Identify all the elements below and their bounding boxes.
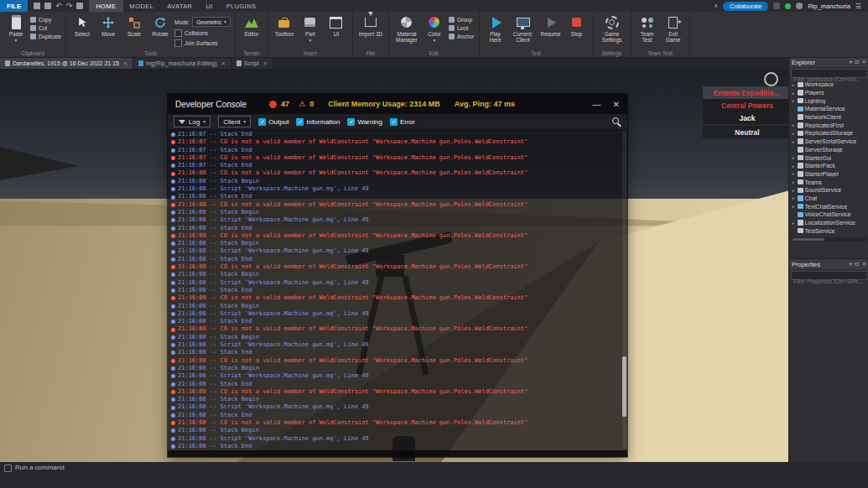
ribbon-tab[interactable]: MODEL <box>123 0 161 12</box>
close-icon[interactable]: ✕ <box>221 60 226 66</box>
explorer-tree-item[interactable]: ▸ VoiceChatService <box>789 210 868 219</box>
explorer-tree-item[interactable]: ▸ ReplicatedFirst <box>789 121 868 129</box>
screenshot-icon[interactable] <box>76 3 83 9</box>
expand-arrow-icon[interactable]: ▸ <box>791 164 796 169</box>
dock-icon[interactable]: ⊡ <box>855 59 859 65</box>
publish-icon[interactable] <box>44 3 51 9</box>
explorer-tree-item[interactable]: ▸ StarterPlayer <box>789 170 868 179</box>
scale-tool-button[interactable]: Scale <box>122 14 146 37</box>
exit-game-button[interactable]: Exit Game <box>662 14 685 43</box>
expand-arrow-icon[interactable]: ▸ <box>791 139 796 144</box>
ribbon-tab[interactable]: HOME <box>89 0 122 12</box>
console-title-bar[interactable]: Developer Console 47 ⚠ 0 Client Memory U… <box>168 94 627 114</box>
import-3d-button[interactable]: Import 3D <box>357 14 384 37</box>
collapse-ribbon-icon[interactable]: ∧ <box>714 3 718 9</box>
viewport-3d[interactable]: Entente Expeditio… Central Powers Jack N… <box>0 69 788 462</box>
output-checkbox[interactable]: ✓Output <box>258 118 288 126</box>
resume-button[interactable]: Resume <box>539 14 563 37</box>
team-row[interactable]: Jack <box>703 112 788 124</box>
redo-icon[interactable]: ↷ <box>66 3 73 9</box>
game-menu-icon[interactable] <box>764 72 778 86</box>
team-row[interactable]: Neutral <box>703 126 788 138</box>
explorer-tree-item[interactable]: ▸ ServerScriptService <box>789 138 868 146</box>
rotate-tool-button[interactable]: Rotate <box>148 14 172 37</box>
expand-arrow-icon[interactable]: ▸ <box>791 188 796 193</box>
copy-button[interactable]: Copy <box>30 17 61 23</box>
select-tool-button[interactable]: Select <box>70 14 94 37</box>
properties-filter-input[interactable] <box>792 278 868 285</box>
expand-arrow-icon[interactable]: ▸ <box>791 131 796 136</box>
minimize-icon[interactable]: — <box>593 100 601 109</box>
scrollbar-thumb[interactable] <box>622 356 626 417</box>
terrain-editor-button[interactable]: Editor <box>240 14 263 37</box>
join-surfaces-checkbox[interactable]: Join Surfaces <box>174 39 231 47</box>
color-button[interactable]: Color ▾ <box>423 14 446 43</box>
console-scrollbar[interactable] <box>622 131 626 449</box>
close-icon[interactable]: ✕ <box>123 60 127 66</box>
expand-arrow-icon[interactable]: ▸ <box>791 91 796 96</box>
game-settings-button[interactable]: Game Settings <box>598 14 626 43</box>
warning-checkbox[interactable]: ✓Warning <box>347 118 382 126</box>
explorer-tree-item[interactable]: ▸ Teams <box>789 178 868 186</box>
chevron-down-icon[interactable]: ▾ <box>850 261 852 267</box>
explorer-filter[interactable] <box>791 69 867 78</box>
duplicate-button[interactable]: Duplicate <box>30 34 61 39</box>
explorer-tree-item[interactable]: ▸ StarterPack <box>789 162 868 170</box>
explorer-horizontal-scrollbar[interactable] <box>791 237 867 241</box>
material-manager-button[interactable]: Material Manager <box>393 14 420 43</box>
ribbon-tab[interactable]: UI <box>199 0 219 12</box>
expand-arrow-icon[interactable]: ▸ <box>791 98 796 103</box>
group-button[interactable]: Group <box>449 17 475 23</box>
explorer-tree-item[interactable]: ▸ SoundService <box>789 186 868 195</box>
current-client-dropdown[interactable]: Current: Client <box>510 14 537 43</box>
toolbox-button[interactable]: Toolbox <box>273 14 296 37</box>
move-tool-button[interactable]: Move <box>96 14 120 37</box>
document-tab[interactable]: mg(Rip_manchuria Editing) ✕ <box>133 58 231 69</box>
close-icon[interactable]: ✕ <box>613 100 620 109</box>
document-tab[interactable]: Dardanelles, 1915 @ 16 Dec 2022 21:15 ✕ <box>0 58 133 69</box>
explorer-tree-item[interactable]: ▸ StarterGui <box>789 153 868 162</box>
mode-dropdown[interactable]: Geometric ▾ <box>192 17 231 27</box>
explorer-tree-item[interactable]: ▸ ReplicatedStorage <box>789 129 868 138</box>
expand-arrow-icon[interactable]: ▸ <box>791 82 796 87</box>
anchor-button[interactable]: Anchor <box>449 34 475 39</box>
expand-arrow-icon[interactable]: ▸ <box>791 195 796 200</box>
file-menu-button[interactable]: FILE <box>0 0 28 12</box>
team-row[interactable]: Entente Expeditio… <box>703 86 788 99</box>
search-icon[interactable] <box>611 117 621 127</box>
expand-arrow-icon[interactable]: ▸ <box>791 122 796 127</box>
information-checkbox[interactable]: ✓Information <box>296 118 340 126</box>
expand-arrow-icon[interactable]: ▸ <box>791 155 796 160</box>
document-tab[interactable]: Script ✕ <box>231 58 273 69</box>
team-test-button[interactable]: Team Test <box>636 14 659 43</box>
explorer-tree-item[interactable]: ▸ NetworkClient <box>789 113 868 122</box>
collaborate-button[interactable]: Collaborate <box>723 2 768 11</box>
lock-button[interactable]: Lock <box>449 25 475 31</box>
expand-arrow-icon[interactable]: ▸ <box>791 171 796 176</box>
close-icon[interactable]: ✕ <box>263 60 268 66</box>
stop-button[interactable]: Stop <box>565 14 589 37</box>
save-icon[interactable] <box>34 3 40 9</box>
command-bar[interactable]: Run a command <box>15 464 65 471</box>
ribbon-tab[interactable]: AVATAR <box>160 0 199 12</box>
dock-icon[interactable]: ⊡ <box>855 261 859 267</box>
avatar[interactable] <box>796 3 803 9</box>
explorer-tree-item[interactable]: ▸ Players <box>789 89 868 97</box>
explorer-tree-item[interactable]: ▸ MaterialService <box>789 105 868 113</box>
expand-arrow-icon[interactable]: ▸ <box>791 204 796 209</box>
part-button[interactable]: Part ▾ <box>299 14 322 43</box>
ribbon-tab[interactable]: PLUGINS <box>220 0 263 12</box>
log-type-dropdown[interactable]: Log ▾ <box>174 116 211 127</box>
chevron-down-icon[interactable]: ▾ <box>850 59 852 65</box>
collisions-checkbox[interactable]: Collisions <box>174 29 231 37</box>
explorer-tree-item[interactable]: ▸ Chat <box>789 195 868 203</box>
expand-arrow-icon[interactable]: ▸ <box>791 221 796 226</box>
explorer-tree-item[interactable]: ▸ TestService <box>789 226 868 235</box>
play-here-button[interactable]: Play Here <box>484 14 507 43</box>
explorer-tree-item[interactable]: ▸ ServerStorage <box>789 146 868 154</box>
properties-filter[interactable] <box>791 271 867 280</box>
paste-button[interactable]: Paste ▾ <box>4 14 28 43</box>
hamburger-menu-icon[interactable]: ☰ <box>855 3 861 10</box>
context-dropdown[interactable]: Client ▾ <box>218 116 251 127</box>
cut-button[interactable]: Cut <box>30 25 61 31</box>
